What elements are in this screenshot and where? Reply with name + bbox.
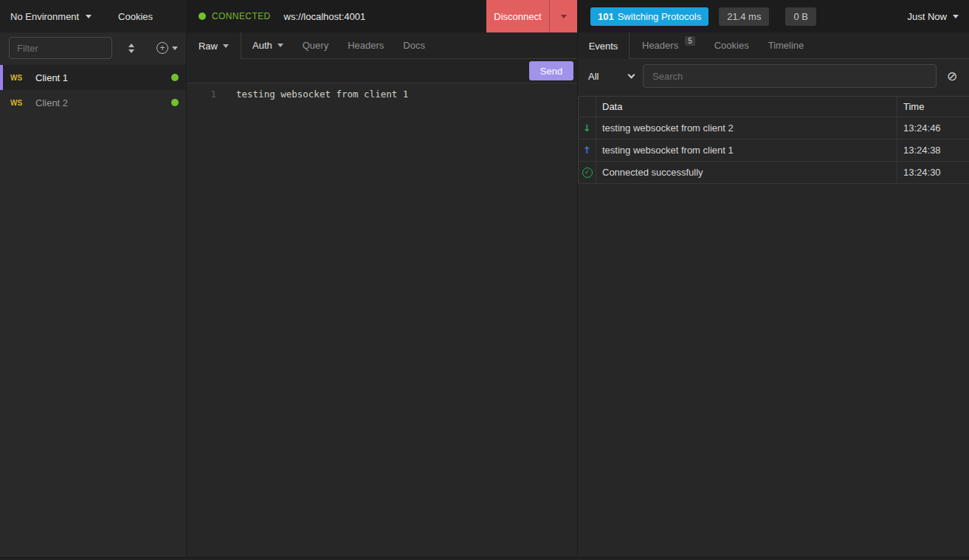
events-table: Data Time ↓ testing websocket from clien…	[578, 96, 969, 184]
sidebar-item-client-2[interactable]: WS Client 2	[0, 90, 186, 115]
tab-auth-label: Auth	[252, 40, 272, 51]
line-number: 1	[187, 89, 216, 100]
environment-label: No Environment	[10, 11, 79, 22]
history-label: Just Now	[908, 11, 947, 22]
status-badge: 101 Switching Protocols	[590, 7, 708, 26]
sidebar-header: No Environment Cookies	[0, 0, 186, 32]
chevron-down-icon	[561, 15, 567, 18]
sidebar: No Environment Cookies + WS Client 1	[0, 0, 186, 557]
chevron-down-icon	[628, 71, 635, 78]
tab-docs[interactable]: Docs	[393, 32, 435, 58]
icon-column-header	[579, 97, 596, 117]
chevron-down-icon	[953, 15, 959, 18]
tab-headers-label: Headers	[642, 40, 678, 51]
send-row: Send	[187, 59, 577, 83]
connection-status-label: CONNECTED	[212, 11, 271, 21]
response-size-badge: 0 B	[785, 7, 816, 26]
sort-down-icon	[128, 49, 134, 53]
sort-up-icon	[128, 44, 134, 47]
disconnect-button[interactable]: Disconnect	[486, 0, 549, 32]
table-header-row: Data Time	[579, 97, 969, 117]
chevron-down-icon	[172, 46, 178, 50]
request-tabs: Auth Query Headers Docs	[241, 32, 577, 59]
editor-text: testing websocket from client 1	[236, 89, 408, 100]
response-tab-bar: Events Headers5 Cookies Timeline	[578, 32, 969, 59]
request-list: WS Client 1 WS Client 2	[0, 65, 186, 115]
tab-headers[interactable]: Headers	[338, 32, 393, 58]
add-request-button[interactable]: +	[156, 42, 178, 54]
tab-events[interactable]: Events	[578, 32, 629, 59]
request-panel: CONNECTED ws://localhost:4001 Disconnect…	[186, 0, 578, 557]
plus-circle-icon: +	[156, 42, 168, 54]
event-time: 13:24:38	[897, 139, 969, 161]
request-name: Client 2	[35, 97, 171, 108]
table-row-event-received[interactable]: ↓ testing websocket from client 2 13:24:…	[579, 117, 969, 139]
sidebar-filter-row: +	[0, 32, 186, 63]
event-type-value: All	[588, 71, 599, 82]
environment-dropdown[interactable]: No Environment	[10, 11, 92, 22]
status-text: Switching Protocols	[618, 11, 701, 22]
chevron-down-icon	[86, 15, 92, 18]
status-code: 101	[598, 11, 614, 22]
response-header: 101 Switching Protocols 21.4 ms 0 B Just…	[578, 0, 969, 32]
table-row-event-sent[interactable]: ↑ testing websocket from client 1 13:24:…	[579, 139, 969, 162]
body-type-label: Raw	[199, 41, 218, 52]
editor-line: 1 testing websocket from client 1	[187, 89, 577, 100]
event-data: testing websocket from client 2	[596, 117, 897, 139]
tab-response-cookies[interactable]: Cookies	[705, 32, 759, 58]
events-filter-row: All ⊘	[578, 59, 969, 93]
message-editor[interactable]: 1 testing websocket from client 1	[187, 83, 577, 557]
sort-button[interactable]	[125, 41, 137, 56]
tab-auth[interactable]: Auth	[243, 32, 293, 58]
event-type-select[interactable]: All	[587, 71, 640, 82]
event-time: 13:24:30	[897, 162, 969, 183]
check-circle-icon: ✓	[582, 167, 593, 178]
table-row-event-connected[interactable]: ✓ Connected successfully 13:24:30	[579, 162, 969, 184]
ws-method-tag: WS	[10, 99, 35, 107]
websocket-url-input[interactable]: ws://localhost:4001	[284, 11, 366, 22]
ws-method-tag: WS	[10, 74, 35, 82]
bottom-divider	[0, 557, 969, 560]
arrow-down-icon: ↓	[583, 122, 591, 134]
request-name: Client 1	[35, 72, 171, 83]
disconnect-options-button[interactable]	[549, 0, 577, 32]
events-search-input[interactable]	[643, 64, 937, 88]
event-time: 13:24:46	[897, 117, 969, 139]
connected-dot-icon	[171, 74, 179, 81]
clear-events-button[interactable]: ⊘	[944, 70, 960, 83]
history-dropdown[interactable]: Just Now	[908, 11, 959, 22]
event-data: Connected successfully	[596, 162, 897, 183]
cookies-link[interactable]: Cookies	[118, 11, 153, 22]
time-column-header: Time	[897, 97, 969, 117]
send-button[interactable]: Send	[529, 61, 573, 80]
response-panel: 101 Switching Protocols 21.4 ms 0 B Just…	[578, 0, 969, 557]
response-tabs: Headers5 Cookies Timeline	[629, 32, 969, 59]
tab-response-headers[interactable]: Headers5	[632, 32, 705, 58]
event-data: testing websocket from client 1	[596, 139, 897, 161]
ban-icon: ⊘	[947, 70, 957, 83]
tab-timeline[interactable]: Timeline	[759, 32, 814, 58]
headers-count-badge: 5	[685, 36, 695, 46]
tab-query[interactable]: Query	[293, 32, 338, 58]
disconnect-button-group: Disconnect	[486, 0, 577, 32]
body-type-dropdown[interactable]: Raw	[187, 32, 241, 59]
request-tab-bar: Raw Auth Query Headers Docs	[187, 32, 577, 59]
chevron-down-icon	[223, 44, 229, 48]
arrow-up-icon: ↑	[583, 145, 591, 156]
url-bar: CONNECTED ws://localhost:4001 Disconnect	[187, 0, 577, 32]
filter-input[interactable]	[9, 37, 112, 59]
data-column-header: Data	[596, 97, 897, 117]
sidebar-item-client-1[interactable]: WS Client 1	[0, 65, 186, 90]
connection-status-dot-icon	[199, 13, 206, 20]
response-time-badge: 21.4 ms	[719, 7, 769, 26]
chevron-down-icon	[277, 44, 283, 47]
app-window: No Environment Cookies + WS Client 1	[0, 0, 969, 560]
connected-dot-icon	[171, 99, 179, 106]
